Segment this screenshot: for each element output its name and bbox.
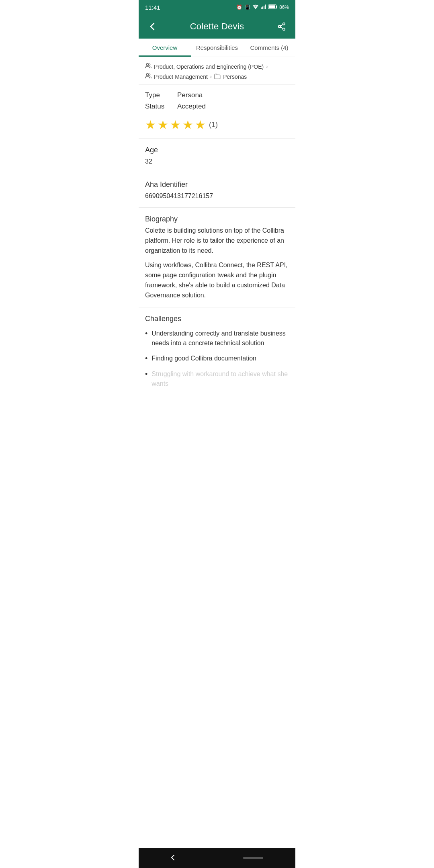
folder-icon <box>214 73 221 80</box>
bottom-spacer <box>139 398 295 422</box>
breadcrumb-end-text: Personas <box>223 74 247 80</box>
battery-pct: 86% <box>279 4 289 10</box>
aha-identifier-section: Aha Identifier 6690950413177216157 <box>139 173 295 208</box>
star-1: ★ <box>145 118 156 132</box>
svg-point-13 <box>146 63 148 66</box>
info-section: Type Persona Status Accepted ★ ★ ★ ★ ★ (… <box>139 85 295 139</box>
page-title: Colette Devis <box>190 21 244 32</box>
challenge-item-3: • Struggling with workaround to achieve … <box>145 369 289 389</box>
type-label: Type <box>145 91 177 99</box>
breadcrumb-section: Product, Operations and Engineering (POE… <box>139 57 295 85</box>
svg-rect-4 <box>265 4 266 9</box>
status-row: Status Accepted <box>145 102 289 111</box>
tab-responsibilities[interactable]: Responsibilities <box>191 39 243 57</box>
challenge-item-1: • Understanding correctly and translate … <box>145 329 289 348</box>
bullet-3: • <box>145 369 147 379</box>
biography-para-2: Using workflows, Collibra Connect, the R… <box>145 260 289 300</box>
svg-line-11 <box>280 27 283 29</box>
breadcrumb-chevron-2: › <box>210 74 212 80</box>
star-5: ★ <box>195 118 206 132</box>
svg-point-14 <box>146 74 148 76</box>
tab-bar: Overview Responsibilities Comments (4) <box>139 39 295 57</box>
biography-label: Biography <box>145 215 289 223</box>
share-button[interactable] <box>274 19 289 34</box>
star-3: ★ <box>170 118 181 132</box>
wifi-icon <box>252 4 259 10</box>
aha-identifier-label: Aha Identifier <box>145 180 289 189</box>
star-4: ★ <box>182 118 193 132</box>
aha-identifier-value: 6690950413177216157 <box>145 191 289 201</box>
svg-rect-7 <box>269 5 275 8</box>
signal-icon <box>261 4 266 10</box>
svg-rect-1 <box>261 7 262 9</box>
breadcrumb-text-2: Product Management <box>154 74 208 80</box>
breadcrumb-row-1: Product, Operations and Engineering (POE… <box>145 63 289 70</box>
challenge-text-3: Struggling with workaround to achieve wh… <box>151 369 289 389</box>
svg-point-0 <box>255 8 256 9</box>
bullet-2: • <box>145 354 147 364</box>
biography-section: Biography Colette is building solutions … <box>139 208 295 307</box>
biography-para-1: Colette is building solutions on top of … <box>145 226 289 256</box>
type-row: Type Persona <box>145 91 289 99</box>
svg-rect-3 <box>264 6 264 9</box>
status-value: Accepted <box>177 102 206 111</box>
breadcrumb-chevron-1: › <box>266 63 268 70</box>
svg-rect-6 <box>276 6 277 8</box>
tab-overview[interactable]: Overview <box>139 39 191 57</box>
challenge-text-1: Understanding correctly and translate bu… <box>151 329 289 348</box>
status-time: 11:41 <box>145 4 160 11</box>
star-2: ★ <box>158 118 168 132</box>
age-section: Age 32 <box>139 139 295 173</box>
breadcrumb-row-2: Product Management › Personas <box>145 73 289 80</box>
breadcrumb-text-1: Product, Operations and Engineering (POE… <box>154 63 264 70</box>
status-bar: 11:41 ⏰ 📳 <box>139 0 295 14</box>
back-button[interactable] <box>145 19 160 34</box>
stars-row: ★ ★ ★ ★ ★ (1) <box>145 114 289 134</box>
battery-icon <box>268 4 277 10</box>
age-label: Age <box>145 146 289 154</box>
challenge-item-2: • Finding good Collibra documentation <box>145 354 289 364</box>
svg-line-12 <box>280 25 283 26</box>
type-value: Persona <box>177 91 203 99</box>
challenges-section: Challenges • Understanding correctly and… <box>139 307 295 398</box>
age-value: 32 <box>145 157 289 166</box>
challenge-text-2: Finding good Collibra documentation <box>151 354 256 363</box>
group-icon-1 <box>145 63 151 70</box>
tab-comments[interactable]: Comments (4) <box>243 39 295 57</box>
star-count: (1) <box>209 121 218 129</box>
app-header: Colette Devis <box>139 14 295 39</box>
svg-rect-2 <box>262 6 263 9</box>
group-icon-2 <box>145 73 151 80</box>
alarm-icon: ⏰ <box>236 4 242 10</box>
challenges-label: Challenges <box>145 315 289 323</box>
bullet-1: • <box>145 329 147 339</box>
status-icons: ⏰ 📳 <box>236 4 289 10</box>
status-label: Status <box>145 102 177 111</box>
main-content: Product, Operations and Engineering (POE… <box>139 57 295 422</box>
vibrate-icon: 📳 <box>244 4 250 10</box>
